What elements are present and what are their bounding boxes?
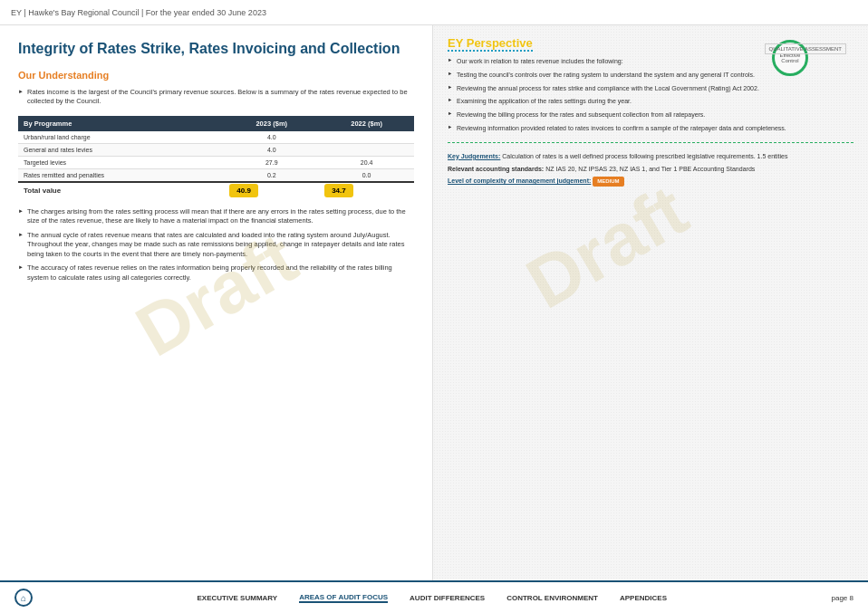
ey-perspective-title-text: EY Perspective (448, 36, 533, 52)
page-title: Integrity of Rates Strike, Rates Invoici… (18, 40, 414, 59)
bullet-1: Rates income is the largest of the Counc… (18, 88, 414, 107)
right-panel: Draft EffectiveControl QUALITATIVE ASSES… (433, 25, 868, 580)
breadcrumb: EY | Hawke's Bay Regional Council | For … (11, 8, 266, 17)
our-understanding-title: Our Understanding (18, 70, 414, 81)
total-2023-value: 40.9 (229, 184, 258, 197)
footer: ⌂ EXECUTIVE SUMMARY AREAS OF AUDIT FOCUS… (0, 580, 868, 613)
row-val-2022-2 (319, 143, 414, 156)
nav-executive-summary[interactable]: EXECUTIVE SUMMARY (198, 594, 278, 602)
row-label-1: Urban/rural land charge (18, 131, 224, 144)
col-header-programme: By Programme (18, 116, 224, 131)
row-label-4: Rates remitted and penalties (18, 168, 224, 182)
row-val-2023-3: 27.9 (224, 156, 319, 168)
right-bullet-5: Reviewing information provided related t… (448, 124, 854, 133)
bullet-2: The charges arising from the rates setti… (18, 207, 414, 226)
page-label: page (832, 594, 848, 602)
left-panel: Draft Integrity of Rates Strike, Rates I… (0, 25, 433, 580)
nav-appendices[interactable]: APPENDICES (620, 594, 667, 602)
complexity-label: Level of complexity of management judgem… (448, 177, 591, 184)
nav-audit-differences[interactable]: AUDIT DIFFERENCES (410, 594, 485, 602)
right-bullet-4: Reviewing the billing process for the ra… (448, 110, 854, 120)
total-label: Total value (18, 182, 224, 198)
right-bullet-3: Examining the application of the rates s… (448, 97, 854, 106)
home-button[interactable]: ⌂ (14, 589, 33, 607)
row-label-2: General and rates levies (18, 143, 224, 156)
row-val-2023-2: 4.0 (224, 143, 319, 156)
total-2022-value: 34.7 (324, 184, 353, 197)
col-header-2022: 2022 ($m) (319, 116, 414, 131)
total-row: Total value 40.9 34.7 (18, 182, 414, 198)
row-label-3: Targeted levies (18, 156, 224, 168)
table-row: Targeted levies 27.9 20.4 (18, 156, 414, 168)
row-val-2022-1 (319, 131, 414, 144)
header: EY | Hawke's Bay Regional Council | For … (0, 0, 868, 25)
page-num: 8 (850, 594, 854, 602)
row-val-2022-4: 0.0 (319, 168, 414, 182)
draft-watermark-right: Draft (513, 169, 701, 326)
key-judgements-text: Calculation of rates is a well defined p… (502, 153, 787, 159)
qualitative-label: QUALITATIVE ASSESSMENT (769, 46, 842, 52)
table-row: General and rates levies 4.0 (18, 143, 414, 156)
page-number: page 8 (832, 594, 854, 602)
col-header-2023: 2023 ($m) (224, 116, 319, 131)
relevant-standards-label: Relevant accounting standards: (448, 166, 544, 172)
main-content: Draft Integrity of Rates Strike, Rates I… (0, 25, 868, 580)
nav-areas-of-audit-focus[interactable]: AREAS OF AUDIT FOCUS (299, 593, 388, 603)
section-divider (448, 142, 854, 143)
row-val-2022-3: 20.4 (319, 156, 414, 168)
home-icon: ⌂ (21, 593, 26, 603)
total-2022: 34.7 (319, 182, 414, 198)
total-2023: 40.9 (224, 182, 319, 198)
bullet-4: The accuracy of rates revenue relies on … (18, 263, 414, 283)
right-bullet-2: Reviewing the annual process for rates s… (448, 84, 854, 93)
row-val-2023-1: 4.0 (224, 131, 319, 144)
right-bullet-0: Our work in relation to rates revenue in… (448, 57, 854, 66)
relevant-standards: Relevant accounting standards: NZ IAS 20… (448, 165, 854, 174)
bullet-3: The annual cycle of rates revenue means … (18, 231, 414, 260)
nav-control-environment[interactable]: CONTROL ENVIRONMENT (506, 594, 598, 602)
rates-table: By Programme 2023 ($m) 2022 ($m) Urban/r… (18, 116, 414, 198)
right-bullet-1: Testing the council's controls over the … (448, 71, 854, 80)
medium-badge: MEDIUM (593, 177, 623, 186)
complexity-row: Level of complexity of management judgem… (448, 177, 854, 186)
row-val-2023-4: 0.2 (224, 168, 319, 182)
relevant-standards-text: NZ IAS 20, NZ IPSAS 23, NZ IAS 1, and Ti… (545, 166, 755, 172)
right-content: EffectiveControl QUALITATIVE ASSESSMENT … (448, 36, 854, 187)
table-row: Rates remitted and penalties 0.2 0.0 (18, 168, 414, 182)
footer-nav: EXECUTIVE SUMMARY AREAS OF AUDIT FOCUS A… (198, 593, 667, 603)
qualitative-badge: QUALITATIVE ASSESSMENT (765, 43, 846, 54)
key-judgements-label: Key Judgements: (448, 153, 500, 159)
table-row: Urban/rural land charge 4.0 (18, 131, 414, 144)
key-judgements: Key Judgements: Calculation of rates is … (448, 152, 854, 161)
